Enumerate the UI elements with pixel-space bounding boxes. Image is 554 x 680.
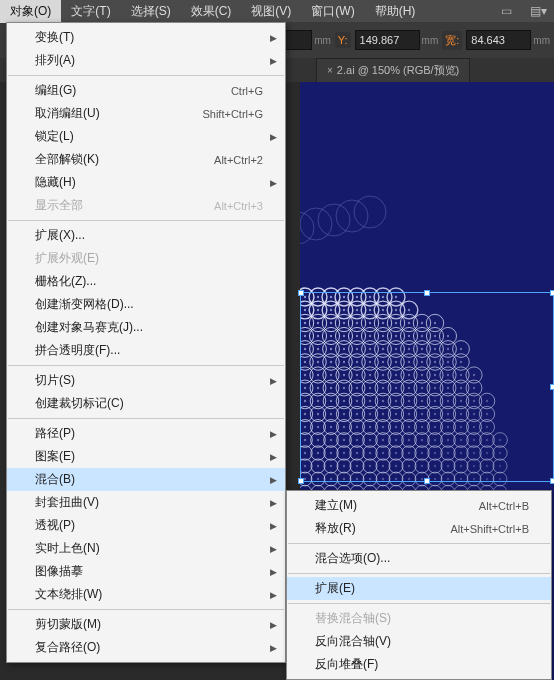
- menu-item-label: 显示全部: [35, 197, 214, 214]
- menu-item[interactable]: 全部解锁(K)Alt+Ctrl+2: [7, 148, 285, 171]
- menu-item[interactable]: 释放(R)Alt+Shift+Ctrl+B: [287, 517, 551, 540]
- menu-item[interactable]: 实时上色(N): [7, 537, 285, 560]
- menu-item-label: 替换混合轴(S): [315, 610, 529, 627]
- menu-item[interactable]: 变换(T): [7, 26, 285, 49]
- layout-icon[interactable]: ▭: [492, 1, 520, 21]
- menu-item-label: 拼合透明度(F)...: [35, 342, 263, 359]
- menu-item[interactable]: 建立(M)Alt+Ctrl+B: [287, 494, 551, 517]
- menu-item[interactable]: 创建裁切标记(C): [7, 392, 285, 415]
- menu-item-label: 图案(E): [35, 448, 263, 465]
- menu-item: 显示全部Alt+Ctrl+3: [7, 194, 285, 217]
- menu-item[interactable]: 创建对象马赛克(J)...: [7, 316, 285, 339]
- menu-item[interactable]: 创建渐变网格(D)...: [7, 293, 285, 316]
- menu-effect[interactable]: 效果(C): [181, 0, 242, 23]
- menu-item[interactable]: 排列(A): [7, 49, 285, 72]
- w-field[interactable]: [466, 30, 531, 50]
- menu-item[interactable]: 剪切蒙版(M): [7, 613, 285, 636]
- menu-item[interactable]: 混合选项(O)...: [287, 547, 551, 570]
- menu-item: 扩展外观(E): [7, 247, 285, 270]
- menu-item-label: 变换(T): [35, 29, 263, 46]
- menu-item-label: 实时上色(N): [35, 540, 263, 557]
- menu-item[interactable]: 路径(P): [7, 422, 285, 445]
- menu-item[interactable]: 反向堆叠(F): [287, 653, 551, 676]
- menu-type[interactable]: 文字(T): [61, 0, 120, 23]
- workspace-dropdown-icon[interactable]: ▤▾: [524, 1, 552, 21]
- menu-item-label: 复合路径(O): [35, 639, 263, 656]
- menu-item-label: 切片(S): [35, 372, 263, 389]
- menu-help[interactable]: 帮助(H): [365, 0, 426, 23]
- menu-item[interactable]: 文本绕排(W): [7, 583, 285, 606]
- tab-document[interactable]: × 2.ai @ 150% (RGB/预览): [316, 58, 470, 82]
- unit-label: mm: [314, 35, 331, 46]
- menu-item-label: 创建对象马赛克(J)...: [35, 319, 263, 336]
- menu-item-label: 隐藏(H): [35, 174, 263, 191]
- menu-item-label: 创建渐变网格(D)...: [35, 296, 263, 313]
- menu-item-label: 反向堆叠(F): [315, 656, 529, 673]
- menu-item-shortcut: Alt+Shift+Ctrl+B: [450, 523, 529, 535]
- menu-item-label: 剪切蒙版(M): [35, 616, 263, 633]
- menu-item-label: 混合选项(O)...: [315, 550, 529, 567]
- menu-item[interactable]: 图案(E): [7, 445, 285, 468]
- unit-label: mm: [422, 35, 439, 46]
- menu-item[interactable]: 反向混合轴(V): [287, 630, 551, 653]
- menu-item-label: 建立(M): [315, 497, 479, 514]
- menu-item-label: 反向混合轴(V): [315, 633, 529, 650]
- selection-box: [300, 292, 554, 482]
- menu-item[interactable]: 隐藏(H): [7, 171, 285, 194]
- close-icon[interactable]: ×: [327, 65, 333, 76]
- menubar: 对象(O) 文字(T) 选择(S) 效果(C) 视图(V) 窗口(W) 帮助(H…: [0, 0, 554, 22]
- menu-item-label: 扩展外观(E): [35, 250, 263, 267]
- menu-item-label: 释放(R): [315, 520, 450, 537]
- menu-item[interactable]: 编组(G)Ctrl+G: [7, 79, 285, 102]
- menu-item-label: 扩展(X)...: [35, 227, 263, 244]
- unit-label: mm: [533, 35, 550, 46]
- svg-point-3: [318, 204, 350, 236]
- menu-item[interactable]: 锁定(L): [7, 125, 285, 148]
- y-label: Y:: [335, 32, 351, 48]
- menu-item[interactable]: 栅格化(Z)...: [7, 270, 285, 293]
- menu-item-label: 文本绕排(W): [35, 586, 263, 603]
- menu-item-label: 透视(P): [35, 517, 263, 534]
- menu-item[interactable]: 混合(B): [7, 468, 285, 491]
- menu-view[interactable]: 视图(V): [241, 0, 301, 23]
- svg-point-5: [354, 196, 386, 228]
- menu-item-label: 封套扭曲(V): [35, 494, 263, 511]
- menu-item[interactable]: 复合路径(O): [7, 636, 285, 659]
- menu-item-shortcut: Shift+Ctrl+G: [202, 108, 263, 120]
- w-label: 宽:: [442, 31, 462, 50]
- menu-window[interactable]: 窗口(W): [301, 0, 364, 23]
- menu-item[interactable]: 透视(P): [7, 514, 285, 537]
- menu-item-label: 路径(P): [35, 425, 263, 442]
- menu-item: 替换混合轴(S): [287, 607, 551, 630]
- menu-item-label: 创建裁切标记(C): [35, 395, 263, 412]
- menu-item-shortcut: Alt+Ctrl+B: [479, 500, 529, 512]
- menu-item-shortcut: Alt+Ctrl+3: [214, 200, 263, 212]
- menu-select[interactable]: 选择(S): [121, 0, 181, 23]
- menu-item-label: 编组(G): [35, 82, 231, 99]
- blend-submenu: 建立(M)Alt+Ctrl+B释放(R)Alt+Shift+Ctrl+B混合选项…: [286, 490, 552, 680]
- menu-item[interactable]: 图像描摹: [7, 560, 285, 583]
- svg-point-4: [336, 200, 368, 232]
- menu-item-label: 栅格化(Z)...: [35, 273, 263, 290]
- menu-item-label: 取消编组(U): [35, 105, 202, 122]
- menu-item-label: 混合(B): [35, 471, 263, 488]
- menu-item[interactable]: 拼合透明度(F)...: [7, 339, 285, 362]
- menu-item-label: 扩展(E): [315, 580, 529, 597]
- menu-item[interactable]: 切片(S): [7, 369, 285, 392]
- svg-point-2: [300, 208, 332, 240]
- menu-item-shortcut: Ctrl+G: [231, 85, 263, 97]
- menu-item-shortcut: Alt+Ctrl+2: [214, 154, 263, 166]
- menu-item[interactable]: 封套扭曲(V): [7, 491, 285, 514]
- tab-title: 2.ai @ 150% (RGB/预览): [337, 63, 459, 78]
- menu-item[interactable]: 扩展(X)...: [7, 224, 285, 247]
- menu-item[interactable]: 扩展(E): [287, 577, 551, 600]
- menu-object[interactable]: 对象(O): [0, 0, 61, 23]
- menu-item-label: 锁定(L): [35, 128, 263, 145]
- object-menu: 变换(T)排列(A)编组(G)Ctrl+G取消编组(U)Shift+Ctrl+G…: [6, 22, 286, 663]
- y-field[interactable]: [355, 30, 420, 50]
- menu-item-label: 图像描摹: [35, 563, 263, 580]
- menu-item-label: 排列(A): [35, 52, 263, 69]
- menu-item-label: 全部解锁(K): [35, 151, 214, 168]
- menu-item[interactable]: 取消编组(U)Shift+Ctrl+G: [7, 102, 285, 125]
